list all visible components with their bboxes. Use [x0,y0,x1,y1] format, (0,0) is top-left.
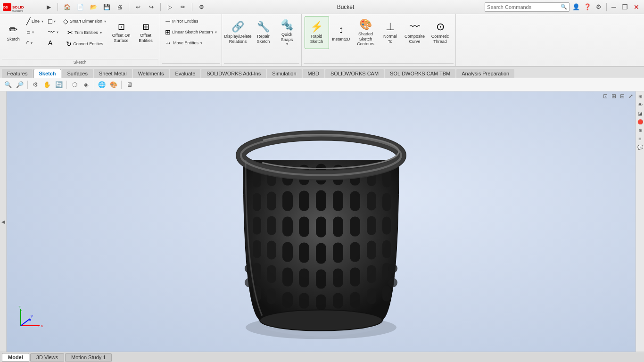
zoom-fit-btn[interactable]: 🔍 [3,80,13,90]
convert-btn[interactable]: ↻ Convert Entities [64,39,105,49]
separator [27,81,28,89]
spline-btn[interactable]: 〰 ▾ [46,27,60,37]
lights-env-btn[interactable]: ≡ [636,135,644,142]
lights-btn[interactable]: 🌐 [97,80,107,90]
undo-btn[interactable]: ↩ [133,2,143,12]
tab-sw-addins[interactable]: SOLIDWORKS Add-Ins [201,69,266,78]
expand-btn[interactable]: ⤢ [627,92,635,100]
rotate-view-btn[interactable]: 🔄 [54,80,64,90]
appearance-btn[interactable]: 🔴 [636,118,644,125]
tab-simulation[interactable]: Simulation [267,69,301,78]
scenes-btn[interactable]: ⊕ [636,126,644,134]
tab-mbd[interactable]: MBD [303,69,324,78]
rect-btn[interactable]: □ ▾ [46,16,60,26]
search-box[interactable]: 🔍 [485,2,570,12]
view-settings-btn[interactable]: ⊞ [636,92,644,100]
repair-sketch-btn[interactable]: 🔧 Repair Sketch [252,16,275,49]
display-pane-btn[interactable]: ◪ [636,109,644,117]
arc-dropdown[interactable]: ▾ [31,41,33,45]
rapid-sketch-label: Rapid Sketch [307,34,326,44]
search-input[interactable] [487,4,559,10]
home-btn[interactable]: 🏠 [62,2,72,12]
split-horiz-btn[interactable]: ⊡ [602,92,609,100]
tab-model[interactable]: Model [2,353,29,362]
quick-snaps-btn[interactable]: 🔩 Quick Snaps ▾ [276,16,298,49]
tab-sketch[interactable]: Sketch [33,69,61,78]
snaps-dropdown[interactable]: ▾ [286,42,288,46]
svg-rect-37 [333,191,343,211]
line-dropdown[interactable]: ▾ [41,19,43,24]
tab-3d-views[interactable]: 3D Views [30,353,64,362]
color-btn[interactable]: 🎨 [108,80,119,90]
new-btn[interactable]: 📄 [75,2,85,12]
close-btn[interactable]: ✕ [632,3,641,11]
zoom-area-btn[interactable]: 🔎 [15,80,25,90]
sketch-tool-btn[interactable]: ✏ Sketch [3,16,24,49]
tab-surfaces[interactable]: Surfaces [62,69,93,78]
minimize-btn[interactable]: ─ [610,3,618,11]
viewport[interactable]: ⊡ ⊞ ⊟ ⤢ [7,91,636,352]
tab-weldments[interactable]: Weldments [133,69,169,78]
linear-pattern-btn[interactable]: ⊞ Linear Sketch Pattern ▾ [163,27,219,37]
user-icon[interactable]: 👤 [571,2,581,12]
save-btn[interactable]: 💾 [101,2,112,12]
tab-motion-study[interactable]: Motion Study 1 [65,353,112,362]
arrow-btn[interactable]: ▶ [43,2,54,12]
text-btn[interactable]: A [46,38,60,48]
left-panel-toggle[interactable]: ◀ [0,91,7,352]
rebuild-btn[interactable]: ⚙ [196,2,206,12]
normal-to-btn[interactable]: ⊥ Normal To [379,16,402,49]
move-entities-btn[interactable]: ↔ Move Entities ▾ [163,38,219,48]
rapid-sketch-btn[interactable]: ⚡ Rapid Sketch [305,16,329,49]
help-icon[interactable]: ❓ [583,2,592,12]
smart-dim-dropdown[interactable]: ▾ [104,19,106,24]
tab-sw-cam[interactable]: SOLIDWORKS CAM [325,69,384,78]
tab-sw-cam-tbm[interactable]: SOLIDWORKS CAM TBM [385,69,455,78]
svg-rect-52 [367,265,376,283]
shaded-sketch-btn[interactable]: 🎨 Shaded Sketch Contours [354,16,378,49]
linear-dropdown[interactable]: ▾ [215,30,217,34]
trim-btn[interactable]: ✂ Trim Entities ▾ [66,27,104,38]
display-delete-btn[interactable]: 🔗 Display/Delete Relations [225,16,251,49]
tab-features[interactable]: Features [2,69,33,78]
sketch-btn2[interactable]: ✏ [178,2,188,12]
rect-dropdown[interactable]: ▾ [54,19,56,24]
tab-sheet-metal[interactable]: Sheet Metal [94,69,132,78]
spline-dropdown[interactable]: ▾ [57,30,58,34]
hide-show-btn[interactable]: 👁 [636,101,644,108]
offset-btn[interactable]: ⊞ Offset Entities [134,16,157,49]
cosmetic-thread-btn[interactable]: ⊙ Cosmetic Thread [428,16,453,49]
line-label: Line [32,19,40,24]
line-btn[interactable]: ╱ Line ▾ [25,16,45,26]
camera-btn[interactable]: 💬 [636,143,644,151]
unsplit-btn[interactable]: ⊟ [619,92,626,100]
print-btn[interactable]: 🖨 [115,2,125,12]
split-vert-btn[interactable]: ⊞ [610,92,618,100]
move-dropdown[interactable]: ▾ [200,41,202,45]
circle-dropdown[interactable]: ▾ [32,30,34,34]
redo-btn[interactable]: ↪ [146,2,157,12]
screen-capture-btn[interactable]: 🖥 [124,80,134,90]
arc-btn[interactable]: ◜ ▾ [25,38,45,48]
search-icon[interactable]: 🔍 [561,4,567,10]
options-icon[interactable]: ⚙ [594,2,603,12]
circle-btn[interactable]: ○ ▾ [25,27,45,37]
tab-analysis-prep[interactable]: Analysis Preparation [456,69,514,78]
section-view-btn[interactable]: ⚙ [30,80,41,90]
offset-surface-btn[interactable]: ⊡ Offset On Surface [109,16,133,49]
display-style-btn[interactable]: ◈ [81,80,91,90]
pan-btn[interactable]: ✋ [42,80,52,90]
tab-evaluate[interactable]: Evaluate [170,69,200,78]
trim-dropdown[interactable]: ▾ [100,31,102,35]
svg-rect-29 [299,293,309,309]
mirror-btn[interactable]: ⊣ Mirror Entities [163,16,219,26]
maximize-btn[interactable]: ❐ [620,3,630,11]
separator [192,3,192,11]
select-btn[interactable]: ▷ [165,2,175,12]
instant2d-btn[interactable]: ↕ Instant2D [330,16,353,49]
view-orient-btn[interactable]: ⬡ [69,80,80,90]
open-btn[interactable]: 📂 [88,2,99,12]
svg-rect-43 [350,191,360,211]
smart-dim-btn[interactable]: ◇ Smart Dimension ▾ [61,16,108,26]
composite-curve-btn[interactable]: 〰 Composite Curve [403,16,427,49]
